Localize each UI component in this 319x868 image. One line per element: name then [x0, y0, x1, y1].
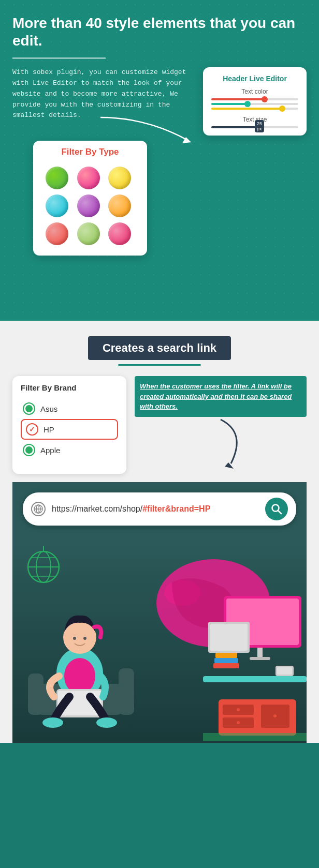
svg-point-21: [64, 658, 95, 694]
svg-point-27: [73, 637, 76, 640]
svg-rect-34: [210, 624, 248, 651]
color-dot-cyan[interactable]: [46, 194, 68, 217]
globe-decoration-svg: [23, 546, 64, 588]
text-color-label: Text color: [211, 88, 298, 95]
color-grid: [41, 162, 139, 249]
url-text: https://market.com/shop/#filter&brand=HP: [52, 504, 259, 514]
filter-brand-card: Filter By Brand Asus HP Apple: [12, 376, 126, 474]
svg-point-47: [273, 714, 277, 717]
section2: Creates a search link Filter By Brand As…: [0, 321, 319, 743]
svg-rect-36: [213, 663, 239, 668]
slider-row-yellow: [211, 108, 298, 110]
brand-label-asus: Asus: [40, 405, 57, 413]
search-link-description: When the customer uses the filter. A lin…: [135, 376, 307, 417]
divider-line: [12, 57, 106, 59]
slider-track-red[interactable]: [211, 98, 298, 100]
desk-svg: [203, 586, 307, 741]
brand-label-hp: HP: [44, 425, 54, 434]
filter-section: Filter By Type: [23, 141, 147, 256]
color-dot-orange[interactable]: [108, 194, 131, 217]
illustration-area: [12, 536, 307, 743]
desk-illustration: [203, 586, 307, 743]
url-filter-part: #filter&brand=HP: [142, 504, 210, 513]
slider-track-yellow[interactable]: [211, 108, 298, 110]
search-button[interactable]: [265, 498, 288, 520]
color-dot-lightgreen[interactable]: [77, 222, 100, 245]
title-underline: [118, 364, 201, 366]
color-dot-red[interactable]: [46, 222, 68, 245]
radio-hp-icon[interactable]: [26, 423, 38, 436]
globe-decoration: [23, 546, 64, 590]
brand-item-asus[interactable]: Asus: [21, 398, 118, 419]
hero-title: More than 40 style elements that you can…: [12, 14, 307, 49]
brand-item-apple[interactable]: Apple: [21, 440, 118, 460]
svg-point-28: [83, 637, 86, 640]
svg-point-45: [237, 708, 240, 711]
svg-rect-48: [203, 733, 307, 741]
svg-rect-37: [214, 658, 238, 663]
bottom-area: Filter By Type: [12, 125, 307, 256]
color-dot-pink[interactable]: [77, 167, 100, 189]
svg-rect-35: [203, 676, 307, 682]
url-normal-part: https://market.com/shop/: [52, 504, 142, 513]
search-icon: [271, 503, 282, 515]
slider-thumb-red[interactable]: [262, 96, 268, 102]
url-bar-section: https://market.com/shop/#filter&brand=HP: [12, 482, 307, 536]
slider-thumb-yellow[interactable]: [279, 106, 285, 112]
section1: More than 40 style elements that you can…: [0, 0, 319, 321]
svg-rect-38: [215, 653, 237, 658]
desc-arrow-col: When the customer uses the filter. A lin…: [135, 376, 307, 474]
filter-type-card: Filter By Type: [33, 141, 147, 256]
curved-arrow-icon: [95, 112, 225, 148]
url-bar: https://market.com/shop/#filter&brand=HP: [23, 492, 296, 526]
color-dot-purple[interactable]: [77, 194, 100, 217]
color-dot-magenta[interactable]: [108, 222, 131, 245]
curved-arrow-down-icon: [179, 417, 262, 474]
filter-brand-title: Filter By Brand: [21, 383, 118, 392]
person-svg: [28, 586, 142, 730]
svg-rect-19: [119, 668, 134, 715]
size-badge: 25px: [255, 120, 264, 132]
section1-content: More than 40 style elements that you can…: [12, 14, 307, 256]
color-sliders: [211, 98, 298, 110]
search-link-title-wrap: Creates a search link: [12, 336, 307, 360]
svg-point-25: [42, 717, 63, 728]
svg-rect-31: [257, 648, 263, 658]
slider-track-teal[interactable]: [211, 103, 298, 105]
brand-label-apple: Apple: [40, 446, 60, 455]
brand-item-hp[interactable]: HP: [21, 419, 118, 440]
filter-type-title: Filter By Type: [41, 147, 139, 157]
slider-row-red: [211, 98, 298, 100]
color-dot-green[interactable]: [46, 167, 68, 189]
radio-apple-icon[interactable]: [23, 444, 35, 456]
slider-row-teal: [211, 103, 298, 105]
section2-content-row: Filter By Brand Asus HP Apple When the c…: [12, 376, 307, 474]
svg-point-26: [96, 717, 117, 728]
svg-line-7: [278, 511, 281, 514]
svg-point-46: [237, 721, 240, 724]
search-link-title: Creates a search link: [88, 336, 231, 360]
globe-svg-icon: [33, 504, 44, 514]
svg-rect-18: [28, 674, 44, 715]
person-illustration: [28, 586, 142, 732]
slider-thumb-teal[interactable]: [244, 101, 251, 107]
svg-rect-32: [250, 657, 270, 660]
radio-asus-icon[interactable]: [23, 402, 35, 415]
globe-icon: [31, 502, 46, 516]
color-dot-yellow[interactable]: [108, 167, 131, 189]
live-editor-title: Header Live Editor: [211, 74, 298, 83]
svg-rect-40: [277, 667, 292, 675]
svg-marker-1: [225, 462, 234, 469]
